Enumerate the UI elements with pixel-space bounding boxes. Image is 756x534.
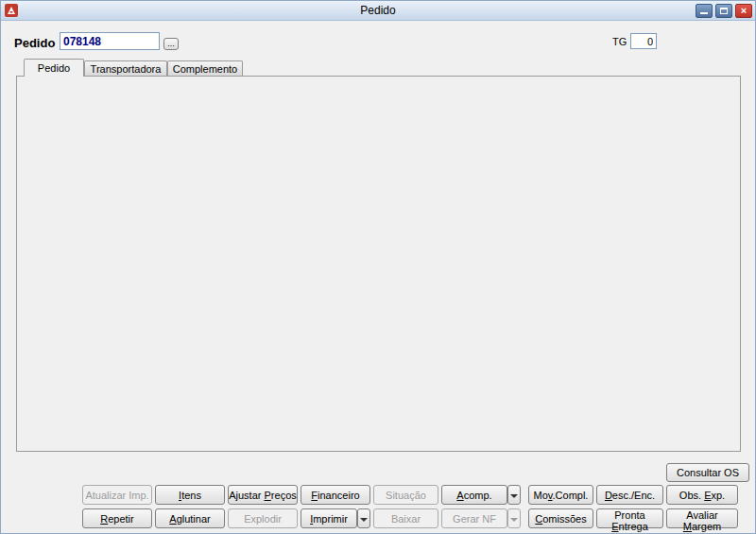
dropdown-arrow-icon xyxy=(510,518,518,522)
tab-page-pedido xyxy=(16,76,741,452)
consultar-os-button[interactable]: Consultar OS xyxy=(666,463,749,482)
imprimir-dropdown-button[interactable] xyxy=(357,508,370,528)
tab-complemento[interactable]: Complemento xyxy=(167,60,243,76)
ajustar-precos-button[interactable]: Ajustar Preços xyxy=(228,485,298,505)
tg-input[interactable] xyxy=(630,33,657,49)
tab-transportadora[interactable]: Transportadora xyxy=(84,60,167,76)
obs-exp-button[interactable]: Obs. Exp. xyxy=(666,485,738,505)
comissoes-button[interactable]: Comissões xyxy=(528,508,593,528)
imprimir-button[interactable]: Imprimir xyxy=(301,508,357,528)
tg-label: TG xyxy=(612,36,627,47)
baixar-button: Baixar xyxy=(373,508,438,528)
pronta-entrega-button[interactable]: Pronta Entrega xyxy=(596,508,663,528)
dropdown-arrow-icon xyxy=(510,494,518,498)
acomp-dropdown-button[interactable] xyxy=(507,485,521,505)
atualizar-imp-button: Atualizar Imp. xyxy=(82,485,152,505)
tab-pedido[interactable]: Pedido xyxy=(24,59,84,77)
explodir-button: Explodir xyxy=(228,508,298,528)
acomp-button[interactable]: Acomp. xyxy=(441,485,507,505)
situacao-button: Situação xyxy=(373,485,438,505)
dropdown-arrow-icon xyxy=(360,518,368,522)
title-bar: Pedido × xyxy=(1,1,755,21)
pedido-header-label: Pedido xyxy=(14,36,55,50)
minimize-button[interactable] xyxy=(696,4,713,18)
pedido-number-input[interactable] xyxy=(60,32,160,50)
window-title: Pedido xyxy=(1,4,755,17)
itens-button[interactable]: Itens xyxy=(155,485,225,505)
mov-compl-button[interactable]: Mov.Compl. xyxy=(528,485,593,505)
aglutinar-button[interactable]: Aglutinar xyxy=(155,508,225,528)
financeiro-button[interactable]: Financeiro xyxy=(301,485,370,505)
gerar-nf-button: Gerar NF xyxy=(441,508,507,528)
pedido-window: Pedido × Pedido ... TG Pedido Transporta… xyxy=(0,0,756,534)
repetir-button[interactable]: Repetir xyxy=(82,508,152,528)
close-button[interactable]: × xyxy=(735,4,752,18)
avaliar-margem-button[interactable]: Avaliar Margem xyxy=(666,508,738,528)
pedido-lookup-button[interactable]: ... xyxy=(163,38,179,50)
gerar-nf-dropdown-button xyxy=(507,508,521,528)
maximize-button[interactable] xyxy=(715,4,732,18)
desc-enc-button[interactable]: Desc./Enc. xyxy=(596,485,663,505)
